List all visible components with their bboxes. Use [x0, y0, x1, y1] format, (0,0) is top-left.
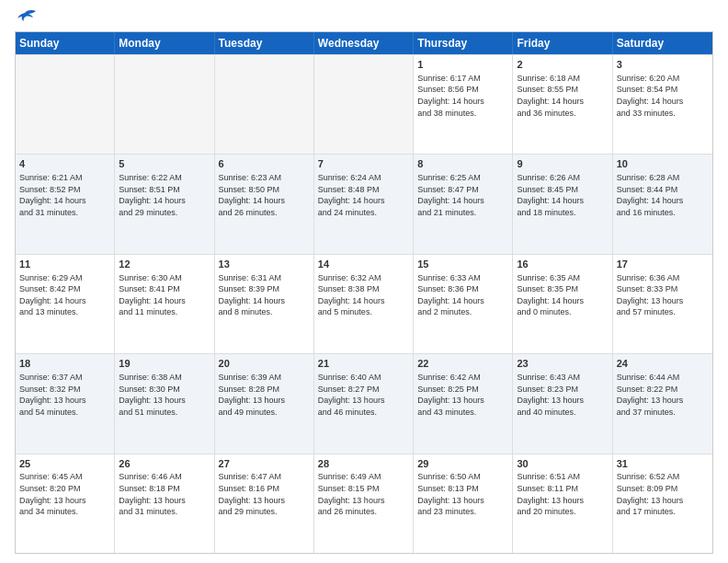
cell-details: Sunrise: 6:50 AM Sunset: 8:13 PM Dayligh… — [417, 471, 508, 517]
calendar-cell: 18Sunrise: 6:37 AM Sunset: 8:32 PM Dayli… — [16, 354, 115, 453]
day-number: 18 — [19, 357, 110, 371]
calendar-cell: 16Sunrise: 6:35 AM Sunset: 8:35 PM Dayli… — [513, 255, 612, 353]
day-number: 23 — [517, 357, 608, 371]
page: SundayMondayTuesdayWednesdayThursdayFrid… — [0, 0, 728, 563]
header — [15, 11, 713, 26]
calendar-cell: 14Sunrise: 6:32 AM Sunset: 8:38 PM Dayli… — [314, 255, 414, 353]
cell-details: Sunrise: 6:24 AM Sunset: 8:48 PM Dayligh… — [318, 172, 409, 218]
calendar-cell: 13Sunrise: 6:31 AM Sunset: 8:39 PM Dayli… — [215, 255, 314, 353]
calendar-cell — [215, 55, 314, 154]
day-number: 25 — [19, 457, 110, 471]
calendar-cell: 24Sunrise: 6:44 AM Sunset: 8:22 PM Dayli… — [613, 354, 712, 453]
calendar-cell: 8Sunrise: 6:25 AM Sunset: 8:47 PM Daylig… — [414, 155, 513, 253]
day-number: 5 — [119, 157, 210, 171]
cell-details: Sunrise: 6:38 AM Sunset: 8:30 PM Dayligh… — [119, 372, 210, 418]
calendar-cell: 12Sunrise: 6:30 AM Sunset: 8:41 PM Dayli… — [115, 255, 214, 353]
cell-details: Sunrise: 6:20 AM Sunset: 8:54 PM Dayligh… — [617, 73, 709, 119]
day-number: 20 — [219, 357, 310, 371]
calendar-cell: 11Sunrise: 6:29 AM Sunset: 8:42 PM Dayli… — [16, 255, 115, 353]
cell-details: Sunrise: 6:42 AM Sunset: 8:25 PM Dayligh… — [417, 372, 508, 418]
cell-details: Sunrise: 6:35 AM Sunset: 8:35 PM Dayligh… — [517, 272, 608, 318]
calendar-row-1: 1Sunrise: 6:17 AM Sunset: 8:56 PM Daylig… — [16, 54, 712, 154]
header-cell-friday: Friday — [513, 32, 612, 54]
cell-details: Sunrise: 6:17 AM Sunset: 8:56 PM Dayligh… — [417, 73, 508, 119]
calendar-cell: 6Sunrise: 6:23 AM Sunset: 8:50 PM Daylig… — [215, 155, 314, 253]
calendar-cell: 9Sunrise: 6:26 AM Sunset: 8:45 PM Daylig… — [513, 155, 612, 253]
calendar-cell: 23Sunrise: 6:43 AM Sunset: 8:23 PM Dayli… — [513, 354, 612, 453]
cell-details: Sunrise: 6:32 AM Sunset: 8:38 PM Dayligh… — [318, 272, 409, 318]
calendar-row-3: 11Sunrise: 6:29 AM Sunset: 8:42 PM Dayli… — [16, 254, 712, 353]
day-number: 16 — [517, 258, 608, 271]
day-number: 13 — [219, 258, 310, 271]
day-number: 30 — [517, 457, 608, 471]
day-number: 8 — [417, 157, 508, 171]
calendar-cell: 25Sunrise: 6:45 AM Sunset: 8:20 PM Dayli… — [16, 454, 115, 553]
day-number: 3 — [617, 58, 709, 72]
cell-details: Sunrise: 6:18 AM Sunset: 8:55 PM Dayligh… — [517, 73, 608, 119]
day-number: 31 — [617, 457, 709, 471]
day-number: 29 — [417, 457, 508, 471]
calendar-row-4: 18Sunrise: 6:37 AM Sunset: 8:32 PM Dayli… — [16, 353, 712, 453]
cell-details: Sunrise: 6:44 AM Sunset: 8:22 PM Dayligh… — [617, 372, 709, 418]
day-number: 7 — [318, 157, 409, 171]
cell-details: Sunrise: 6:49 AM Sunset: 8:15 PM Dayligh… — [318, 471, 409, 517]
cell-details: Sunrise: 6:40 AM Sunset: 8:27 PM Dayligh… — [318, 372, 409, 418]
day-number: 4 — [19, 157, 110, 171]
header-cell-tuesday: Tuesday — [215, 32, 314, 54]
cell-details: Sunrise: 6:22 AM Sunset: 8:51 PM Dayligh… — [119, 172, 210, 218]
day-number: 24 — [617, 357, 709, 371]
day-number: 26 — [119, 457, 210, 471]
calendar-cell: 2Sunrise: 6:18 AM Sunset: 8:55 PM Daylig… — [513, 55, 612, 154]
calendar-cell: 26Sunrise: 6:46 AM Sunset: 8:18 PM Dayli… — [115, 454, 214, 553]
calendar-cell — [115, 55, 214, 154]
header-cell-thursday: Thursday — [414, 32, 513, 54]
cell-details: Sunrise: 6:46 AM Sunset: 8:18 PM Dayligh… — [119, 471, 210, 517]
calendar-cell: 29Sunrise: 6:50 AM Sunset: 8:13 PM Dayli… — [414, 454, 513, 553]
day-number: 21 — [318, 357, 409, 371]
calendar-cell: 4Sunrise: 6:21 AM Sunset: 8:52 PM Daylig… — [16, 155, 115, 253]
day-number: 27 — [219, 457, 310, 471]
cell-details: Sunrise: 6:45 AM Sunset: 8:20 PM Dayligh… — [19, 471, 110, 517]
day-number: 15 — [417, 258, 508, 271]
day-number: 14 — [318, 258, 409, 271]
calendar-cell: 31Sunrise: 6:52 AM Sunset: 8:09 PM Dayli… — [613, 454, 712, 553]
calendar-cell: 17Sunrise: 6:36 AM Sunset: 8:33 PM Dayli… — [613, 255, 712, 353]
calendar-cell: 3Sunrise: 6:20 AM Sunset: 8:54 PM Daylig… — [613, 55, 712, 154]
calendar-cell: 30Sunrise: 6:51 AM Sunset: 8:11 PM Dayli… — [513, 454, 612, 553]
day-number: 28 — [318, 457, 409, 471]
calendar-cell: 28Sunrise: 6:49 AM Sunset: 8:15 PM Dayli… — [314, 454, 414, 553]
cell-details: Sunrise: 6:43 AM Sunset: 8:23 PM Dayligh… — [517, 372, 608, 418]
day-number: 1 — [417, 58, 508, 72]
day-number: 2 — [517, 58, 608, 72]
day-number: 11 — [19, 258, 110, 271]
cell-details: Sunrise: 6:21 AM Sunset: 8:52 PM Dayligh… — [19, 172, 110, 218]
cell-details: Sunrise: 6:33 AM Sunset: 8:36 PM Dayligh… — [417, 272, 508, 318]
header-cell-saturday: Saturday — [613, 32, 712, 54]
day-number: 9 — [517, 157, 608, 171]
cell-details: Sunrise: 6:37 AM Sunset: 8:32 PM Dayligh… — [19, 372, 110, 418]
calendar-cell — [16, 55, 115, 154]
day-number: 19 — [119, 357, 210, 371]
calendar: SundayMondayTuesdayWednesdayThursdayFrid… — [15, 31, 713, 554]
cell-details: Sunrise: 6:23 AM Sunset: 8:50 PM Dayligh… — [219, 172, 310, 218]
cell-details: Sunrise: 6:28 AM Sunset: 8:44 PM Dayligh… — [617, 172, 709, 218]
day-number: 17 — [617, 258, 709, 271]
calendar-cell: 22Sunrise: 6:42 AM Sunset: 8:25 PM Dayli… — [414, 354, 513, 453]
calendar-cell: 21Sunrise: 6:40 AM Sunset: 8:27 PM Dayli… — [314, 354, 414, 453]
calendar-cell: 20Sunrise: 6:39 AM Sunset: 8:28 PM Dayli… — [215, 354, 314, 453]
cell-details: Sunrise: 6:30 AM Sunset: 8:41 PM Dayligh… — [119, 272, 210, 318]
day-number: 6 — [219, 157, 310, 171]
calendar-cell: 27Sunrise: 6:47 AM Sunset: 8:16 PM Dayli… — [215, 454, 314, 553]
cell-details: Sunrise: 6:31 AM Sunset: 8:39 PM Dayligh… — [219, 272, 310, 318]
header-cell-monday: Monday — [115, 32, 214, 54]
calendar-cell: 10Sunrise: 6:28 AM Sunset: 8:44 PM Dayli… — [613, 155, 712, 253]
calendar-cell: 5Sunrise: 6:22 AM Sunset: 8:51 PM Daylig… — [115, 155, 214, 253]
header-cell-wednesday: Wednesday — [314, 32, 414, 54]
cell-details: Sunrise: 6:25 AM Sunset: 8:47 PM Dayligh… — [417, 172, 508, 218]
logo-bird-icon — [17, 9, 38, 26]
day-number: 12 — [119, 258, 210, 271]
calendar-cell: 19Sunrise: 6:38 AM Sunset: 8:30 PM Dayli… — [115, 354, 214, 453]
calendar-header: SundayMondayTuesdayWednesdayThursdayFrid… — [16, 32, 712, 54]
cell-details: Sunrise: 6:29 AM Sunset: 8:42 PM Dayligh… — [19, 272, 110, 318]
cell-details: Sunrise: 6:39 AM Sunset: 8:28 PM Dayligh… — [219, 372, 310, 418]
